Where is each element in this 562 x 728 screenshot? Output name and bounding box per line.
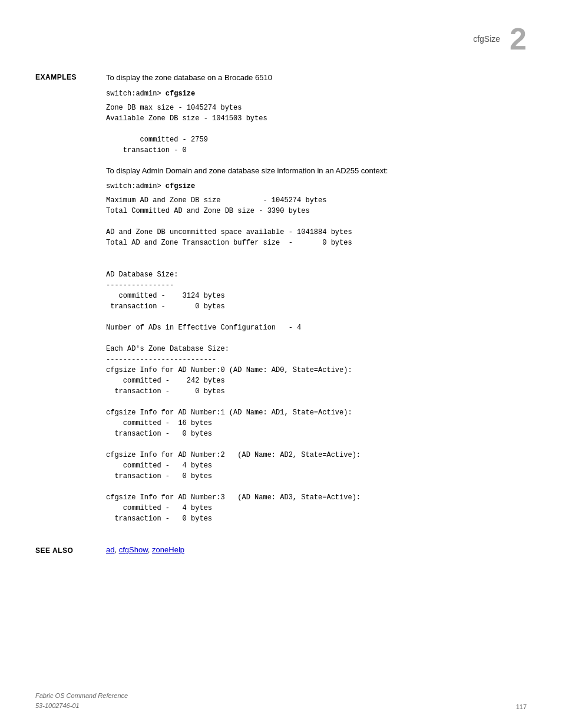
see-also-label: SEE ALSO — [35, 545, 106, 555]
header-area: cfgSize 2 — [35, 24, 527, 54]
example-1-output: Zone DB max size - 1045274 bytes Availab… — [106, 103, 527, 156]
see-also-sep-1: , — [114, 545, 118, 554]
example-1-command-bold: cfgsize — [166, 90, 195, 98]
header-right: cfgSize 2 — [473, 24, 527, 54]
see-also-links: ad, cfgShow, zoneHelp — [106, 545, 184, 555]
footer-area: Fabric OS Command Reference 53-1002746-0… — [35, 691, 527, 710]
see-also-link-cfgshow[interactable]: cfgShow — [119, 545, 148, 554]
example-2-output: Maximum AD and Zone DB size - 1045274 by… — [106, 195, 527, 524]
see-also-link-zonehelp[interactable]: zoneHelp — [152, 545, 184, 554]
example-1-description: To display the zone database on a Brocad… — [106, 72, 527, 84]
footer-line1: Fabric OS Command Reference — [35, 691, 128, 701]
header-title: cfgSize — [473, 34, 500, 44]
example-2-command-bold: cfgsize — [166, 182, 195, 190]
example-1-command: switch:admin> cfgsize — [106, 88, 527, 99]
examples-label: EXAMPLES — [35, 72, 106, 533]
examples-section: EXAMPLES To display the zone database on… — [35, 72, 527, 533]
example-1: To display the zone database on a Brocad… — [106, 72, 527, 156]
page-container: cfgSize 2 EXAMPLES To display the zone d… — [0, 0, 562, 728]
see-also-sep-2: , — [148, 545, 152, 554]
example-2-description: To display Admin Domain and zone databas… — [106, 165, 527, 177]
footer-left: Fabric OS Command Reference 53-1002746-0… — [35, 691, 128, 710]
header-chapter: 2 — [510, 24, 527, 54]
example-2: To display Admin Domain and zone databas… — [106, 165, 527, 525]
see-also-link-ad[interactable]: ad — [106, 545, 114, 554]
footer-line2: 53-1002746-01 — [35, 701, 128, 711]
examples-content: To display the zone database on a Brocad… — [106, 72, 527, 533]
footer-page-number: 117 — [516, 703, 527, 710]
example-2-command: switch:admin> cfgsize — [106, 181, 527, 192]
see-also-section: SEE ALSO ad, cfgShow, zoneHelp — [35, 545, 527, 555]
